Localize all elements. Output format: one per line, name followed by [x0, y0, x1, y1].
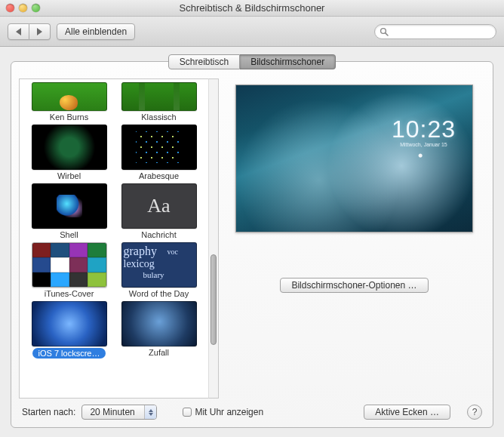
show-clock-checkbox[interactable]: Mit Uhr anzeigen	[183, 407, 263, 417]
screensaver-thumb	[32, 82, 107, 111]
checkbox-icon	[183, 408, 192, 417]
screensaver-label: Arabesque	[139, 171, 179, 180]
tab-desktop[interactable]: Schreibtisch	[168, 54, 240, 69]
show-all-button[interactable]: Alle einblenden	[57, 23, 135, 40]
titlebar: Schreibtisch & Bildschirmschoner	[0, 0, 504, 17]
screensaver-nachricht[interactable]: AaNachricht	[118, 183, 199, 239]
screensaver-itunes-cover[interactable]: iTunes-Cover	[29, 242, 109, 298]
screensaver-ios7-lockscreen[interactable]: iOS 7 lockscre…	[29, 301, 109, 359]
bottom-bar: Starten nach: 20 Minuten Mit Uhr anzeige…	[19, 399, 485, 420]
screensaver-klassisch[interactable]: Klassisch	[118, 82, 199, 122]
screensaver-thumb	[32, 301, 107, 346]
screensaver-thumb: graphylexicogvocbulary	[121, 242, 197, 288]
preview-date: Mittwoch, Januar 15	[392, 142, 456, 147]
search-field[interactable]	[374, 24, 496, 39]
screensaver-list[interactable]: Ken BurnsKlassischWirbelArabesqueShellAa…	[19, 78, 208, 399]
start-after-select[interactable]: 20 Minuten	[81, 405, 157, 420]
start-after-label: Starten nach:	[22, 407, 75, 417]
stepper-arrows-icon	[144, 405, 156, 419]
screensaver-wirbel[interactable]: Wirbel	[29, 125, 109, 180]
screensaver-thumb	[32, 125, 107, 170]
pref-panel: Ken BurnsKlassischWirbelArabesqueShellAa…	[11, 61, 493, 428]
search-icon	[380, 27, 389, 36]
screensaver-shell[interactable]: Shell	[29, 183, 109, 239]
screensaver-label: Zufall	[149, 348, 169, 357]
screensaver-label: Wirbel	[57, 171, 81, 180]
screensaver-thumb	[121, 125, 197, 170]
screensaver-label: iOS 7 lockscre…	[32, 348, 106, 359]
screensaver-thumb	[32, 242, 107, 288]
screensaver-thumb: Aa	[121, 183, 197, 229]
forward-button[interactable]	[29, 23, 51, 40]
chevron-left-icon	[16, 28, 21, 35]
screensaver-label: iTunes-Cover	[45, 289, 94, 298]
start-after-value: 20 Minuten	[90, 407, 134, 417]
screensaver-thumb	[32, 183, 107, 229]
back-button[interactable]	[8, 23, 29, 40]
nav-seg	[8, 23, 51, 40]
screensaver-label: Klassisch	[141, 112, 176, 122]
help-button[interactable]: ?	[467, 405, 482, 420]
tabs: Schreibtisch Bildschirmschoner	[168, 54, 336, 69]
screensaver-zufall[interactable]: Zufall	[118, 301, 199, 359]
screensaver-label: Ken Burns	[50, 112, 88, 122]
toolbar: Alle einblenden	[0, 17, 504, 47]
screensaver-thumb	[121, 301, 197, 346]
screensaver-thumb	[121, 82, 197, 111]
screensaver-label: Nachricht	[141, 230, 176, 239]
scrollbar[interactable]	[208, 78, 219, 399]
preview-time: 10:23	[392, 115, 456, 143]
screensaver-label: Shell	[60, 230, 78, 239]
chevron-right-icon	[37, 28, 42, 35]
svg-line-1	[386, 32, 388, 35]
scrollbar-thumb[interactable]	[211, 254, 217, 345]
show-clock-label: Mit Uhr anzeigen	[195, 407, 263, 417]
screensaver-options-button[interactable]: Bildschirmschoner-Optionen …	[280, 278, 428, 293]
screensaver-arabesque[interactable]: Arabesque	[118, 125, 199, 180]
screensaver-ken-burns[interactable]: Ken Burns	[29, 82, 109, 122]
screensaver-label: Word of the Day	[129, 289, 189, 298]
screensaver-word-of-the-day[interactable]: graphylexicogvocbularyWord of the Day	[118, 242, 199, 298]
hot-corners-button[interactable]: Aktive Ecken …	[364, 405, 450, 420]
search-input[interactable]	[392, 27, 491, 36]
tab-screensaver[interactable]: Bildschirmschoner	[240, 54, 336, 69]
preview-clock: 10:23 Mittwoch, Januar 15	[392, 115, 456, 147]
screensaver-preview: 10:23 Mittwoch, Januar 15	[235, 85, 473, 232]
window-title: Schreibtisch & Bildschirmschoner	[0, 2, 504, 14]
